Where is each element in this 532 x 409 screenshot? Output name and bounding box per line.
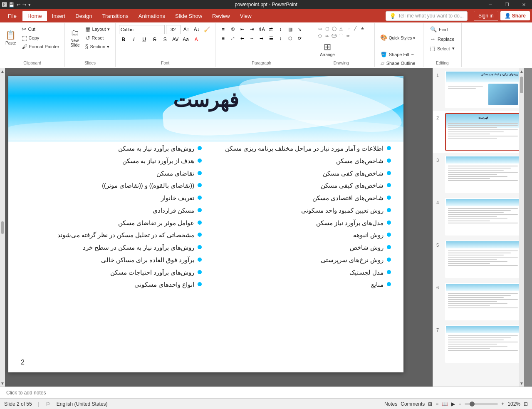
insert-tab[interactable]: Insert (47, 11, 71, 21)
clear-formatting-btn[interactable]: 🧹 (203, 25, 212, 34)
reading-view-btn[interactable]: 📖 (442, 401, 448, 407)
redo-btn[interactable]: ↪ (22, 2, 26, 7)
section-button[interactable]: § Section ▾ (83, 42, 112, 51)
cut-button[interactable]: ✂ Cut (20, 25, 62, 33)
font-name-input[interactable] (119, 25, 165, 34)
line-icon[interactable]: ╱ (352, 25, 359, 32)
sign-in-button[interactable]: Sign in (474, 11, 498, 21)
thumbnail-item[interactable]: 5 (433, 238, 524, 280)
thumbnail-scroll[interactable]: 1 روشهای برآورد و ابعاد جدید مسکن 2 فهرس… (433, 68, 524, 387)
line-spacing-btn[interactable]: ↕ (276, 34, 285, 42)
arrange-button[interactable]: ⊞ Arrange (317, 40, 338, 59)
arrow-icon[interactable]: → (345, 25, 351, 32)
slideshow-view-btn[interactable]: ▶ (451, 401, 455, 407)
char-spacing-btn[interactable]: AV (171, 35, 180, 44)
increase-indent-btn[interactable]: ⇥ (247, 25, 257, 33)
slideshow-tab[interactable]: Slide Show (170, 11, 207, 21)
text-direction-btn[interactable]: ⇕A (257, 25, 266, 33)
more-shapes-icon[interactable]: ⋯ (352, 32, 359, 39)
font-size-increase-btn[interactable]: A↑ (182, 25, 191, 34)
customize-btn[interactable]: ▾ (28, 2, 31, 7)
tell-me-area[interactable]: 💡 Tell me what you want to do... (386, 11, 468, 21)
close-btn[interactable]: ✕ (515, 0, 532, 9)
review-tab[interactable]: Review (207, 11, 235, 21)
callout-icon[interactable]: 💬 (331, 32, 337, 39)
oval-icon[interactable]: ◯ (331, 25, 337, 32)
transitions-tab[interactable]: Transitions (97, 11, 134, 21)
bold-btn[interactable]: B (119, 35, 128, 44)
text-direction2-btn[interactable]: ⇄ (267, 25, 276, 33)
reset-button[interactable]: ↺ Reset (83, 34, 112, 42)
curve-icon[interactable]: ⌒ (338, 32, 344, 39)
strikethrough-btn[interactable]: S (150, 35, 159, 44)
decrease-indent-btn[interactable]: ⇤ (238, 25, 247, 33)
bullets-btn[interactable]: ≡ (219, 25, 228, 33)
shadow-btn[interactable]: S (161, 35, 170, 44)
rounded-rect-icon[interactable]: ▢ (324, 25, 330, 32)
find-button[interactable]: 🔍 Find (427, 25, 451, 34)
more-para-btn[interactable]: ↘ (295, 25, 304, 33)
view-tab[interactable]: View (235, 11, 257, 21)
v-scroll-thumb[interactable] (1, 221, 4, 234)
rect-icon[interactable]: ▭ (317, 25, 323, 32)
change-case-btn[interactable]: Aa (181, 35, 191, 44)
thumbnail-item[interactable]: 7 (433, 323, 524, 365)
thumbnail-item[interactable]: 1 روشهای برآورد و ابعاد جدید مسکن (433, 68, 524, 111)
new-slide-button[interactable]: 🗂 NewSlide (68, 25, 82, 50)
minimize-btn[interactable]: ─ (482, 0, 499, 9)
smartart-btn[interactable]: ⬡ (286, 34, 295, 42)
restore-btn[interactable]: ❐ (499, 0, 515, 9)
thumb-scroll-down[interactable]: ▼ (519, 380, 524, 387)
notes-btn[interactable]: Notes (384, 401, 397, 407)
justify-btn[interactable]: ☰ (267, 34, 276, 42)
font-color-btn[interactable]: A (192, 35, 201, 44)
zoom-slider[interactable] (465, 403, 498, 405)
text-direction3-btn[interactable]: ↕ (276, 25, 285, 33)
replace-button[interactable]: ↔ Replace (427, 35, 458, 43)
shape-fill-button[interactable]: 🪣 Shape Fill ~ (378, 50, 416, 59)
arrow2-icon[interactable]: ⇒ (324, 32, 330, 39)
zoom-out-btn[interactable]: − (458, 401, 461, 407)
layout-button[interactable]: ▦ Layout ▾ (83, 25, 112, 33)
outline-view-btn[interactable]: ≡ (435, 401, 438, 407)
thumb-scroll-up[interactable]: ▲ (519, 68, 524, 74)
normal-view-btn[interactable]: ⊞ (428, 401, 432, 407)
scroll-up-btn[interactable]: ▲ (0, 68, 5, 74)
align-right-btn[interactable]: ➡ (257, 34, 266, 42)
pentagon-icon[interactable]: ⬠ (317, 32, 323, 39)
comments-btn[interactable]: Comments (401, 401, 425, 407)
design-tab[interactable]: Design (70, 11, 97, 21)
freeform-icon[interactable]: ✏ (345, 32, 351, 39)
thumb-scroll-thumb[interactable] (520, 77, 523, 93)
convert-smartart-btn[interactable]: ⟳ (295, 34, 304, 42)
animations-tab[interactable]: Animations (134, 11, 170, 21)
scroll-down-btn[interactable]: ▼ (0, 380, 5, 387)
home-tab[interactable]: Home (22, 11, 47, 21)
select-button[interactable]: ⬚ Select ▾ (427, 44, 458, 53)
paste-button[interactable]: 📋 Paste (3, 25, 18, 50)
quick-styles-button[interactable]: 🎨 Quick Styles ▾ (378, 25, 417, 50)
align-text-btn[interactable]: ≡ (219, 34, 228, 42)
undo-btn[interactable]: ↩ (17, 2, 20, 7)
italic-btn[interactable]: I (129, 35, 139, 44)
align-center-btn[interactable]: ↔ (247, 34, 257, 42)
format-painter-button[interactable]: 🖌 Format Painter (20, 42, 62, 51)
copy-button[interactable]: ⬚ Copy (20, 34, 62, 42)
zoom-in-btn[interactable]: + (501, 401, 504, 407)
thumbnail-item[interactable]: 4 (433, 196, 524, 238)
numbering-btn[interactable]: ① (228, 25, 238, 33)
align-text2-btn[interactable]: ⇌ (228, 34, 238, 42)
share-button[interactable]: 👤 Share (500, 11, 530, 20)
thumbnail-item[interactable]: 6 (433, 280, 524, 323)
font-size-decrease-btn[interactable]: A↓ (192, 25, 201, 34)
triangle-icon[interactable]: △ (338, 25, 344, 32)
font-size-input[interactable] (166, 25, 181, 34)
star-icon[interactable]: ★ (359, 25, 366, 32)
thumbnail-item[interactable]: 2 فهرست (433, 111, 524, 153)
save-btn[interactable]: 💾 (9, 2, 15, 7)
file-tab[interactable]: File (2, 11, 22, 21)
fit-slide-btn[interactable]: ⊡ (524, 401, 528, 407)
underline-btn[interactable]: U (140, 35, 149, 44)
align-left-btn[interactable]: ⬅ (238, 34, 247, 42)
thumbnail-item[interactable]: 3 (433, 153, 524, 196)
